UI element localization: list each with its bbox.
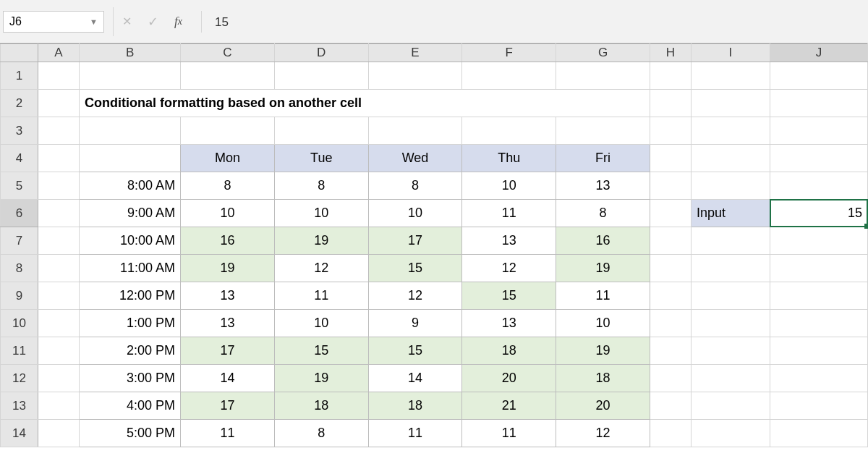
cell[interactable]: 8	[181, 172, 275, 200]
cell[interactable]	[181, 62, 275, 90]
select-all-corner[interactable]	[1, 44, 38, 62]
cell[interactable]	[79, 145, 180, 172]
row-header-1[interactable]: 1	[1, 62, 38, 90]
cell[interactable]	[770, 227, 867, 255]
cell[interactable]: 17	[181, 392, 275, 420]
cell[interactable]: 19	[274, 365, 368, 392]
cell[interactable]: 12	[556, 420, 650, 447]
cell[interactable]: Wed	[368, 145, 462, 172]
cell[interactable]	[38, 255, 79, 282]
cell[interactable]	[770, 117, 867, 145]
cell[interactable]: Tue	[274, 145, 368, 172]
cell[interactable]	[38, 310, 79, 337]
cell[interactable]: 17	[368, 227, 462, 255]
cell[interactable]: 18	[462, 337, 556, 365]
cell[interactable]: Fri	[556, 145, 650, 172]
cell[interactable]: 10	[462, 172, 556, 200]
cell[interactable]	[650, 337, 691, 365]
col-header-H[interactable]: H	[650, 44, 691, 62]
cell[interactable]	[770, 392, 867, 420]
cell[interactable]	[650, 365, 691, 392]
col-header-C[interactable]: C	[181, 44, 275, 62]
cell[interactable]	[770, 172, 867, 200]
cell[interactable]	[38, 145, 79, 172]
cell[interactable]: 18	[556, 365, 650, 392]
cell[interactable]: 12	[368, 282, 462, 310]
cell[interactable]	[38, 172, 79, 200]
cell[interactable]	[368, 117, 462, 145]
cell[interactable]	[691, 90, 770, 117]
row-header-7[interactable]: 7	[1, 227, 38, 255]
cell[interactable]: 15	[770, 200, 867, 227]
cell[interactable]: 10	[274, 200, 368, 227]
cell[interactable]: 11	[462, 200, 556, 227]
cell[interactable]: 8	[368, 172, 462, 200]
cell[interactable]	[691, 420, 770, 447]
cell[interactable]: 16	[556, 227, 650, 255]
cell[interactable]: 19	[556, 255, 650, 282]
cell[interactable]	[38, 62, 79, 90]
cell[interactable]	[691, 255, 770, 282]
dropdown-icon[interactable]: ▼	[90, 12, 98, 32]
row-header-2[interactable]: 2	[1, 90, 38, 117]
formula-bar-input[interactable]: 15	[201, 11, 865, 33]
cell[interactable]	[650, 310, 691, 337]
col-header-J[interactable]: J	[770, 44, 867, 62]
cell[interactable]	[38, 282, 79, 310]
cell[interactable]	[79, 117, 180, 145]
cell[interactable]	[770, 62, 867, 90]
row-header-13[interactable]: 13	[1, 392, 38, 420]
cell[interactable]	[691, 337, 770, 365]
cell[interactable]	[38, 117, 79, 145]
cell[interactable]	[650, 200, 691, 227]
cell[interactable]: 13	[556, 172, 650, 200]
cell[interactable]	[691, 365, 770, 392]
cell[interactable]: 5:00 PM	[79, 420, 180, 447]
row-header-10[interactable]: 10	[1, 310, 38, 337]
cell[interactable]: 2:00 PM	[79, 337, 180, 365]
cell[interactable]	[691, 282, 770, 310]
cell[interactable]: 12	[462, 255, 556, 282]
cell[interactable]	[770, 365, 867, 392]
cell[interactable]	[462, 117, 556, 145]
cell[interactable]	[650, 420, 691, 447]
cell[interactable]: 19	[181, 255, 275, 282]
row-header-5[interactable]: 5	[1, 172, 38, 200]
cell[interactable]: 9	[368, 310, 462, 337]
col-header-F[interactable]: F	[462, 44, 556, 62]
cell[interactable]: 10	[274, 310, 368, 337]
cell[interactable]	[274, 62, 368, 90]
row-header-12[interactable]: 12	[1, 365, 38, 392]
cell[interactable]: 3:00 PM	[79, 365, 180, 392]
cell[interactable]: 21	[462, 392, 556, 420]
cell[interactable]: 13	[462, 227, 556, 255]
cancel-icon[interactable]: ✕	[122, 14, 132, 28]
cell[interactable]	[368, 62, 462, 90]
cell[interactable]	[650, 62, 691, 90]
cell[interactable]: 10	[556, 310, 650, 337]
cell[interactable]	[650, 392, 691, 420]
cell[interactable]	[38, 420, 79, 447]
cell[interactable]	[462, 62, 556, 90]
cell[interactable]: 1:00 PM	[79, 310, 180, 337]
col-header-B[interactable]: B	[79, 44, 180, 62]
cell[interactable]: Mon	[181, 145, 275, 172]
col-header-G[interactable]: G	[556, 44, 650, 62]
cell[interactable]: 11:00 AM	[79, 255, 180, 282]
cell[interactable]	[181, 117, 275, 145]
cell[interactable]	[650, 255, 691, 282]
cell[interactable]: 4:00 PM	[79, 392, 180, 420]
cell[interactable]: 20	[556, 392, 650, 420]
cell[interactable]: 20	[462, 365, 556, 392]
name-box[interactable]: J6 ▼	[3, 11, 104, 33]
row-header-11[interactable]: 11	[1, 337, 38, 365]
cell[interactable]	[650, 172, 691, 200]
cell[interactable]	[691, 392, 770, 420]
cell[interactable]	[691, 310, 770, 337]
col-header-A[interactable]: A	[38, 44, 79, 62]
cell[interactable]: 17	[181, 337, 275, 365]
cell[interactable]: 13	[462, 310, 556, 337]
cell[interactable]: 12	[274, 255, 368, 282]
cell[interactable]: 16	[181, 227, 275, 255]
col-header-D[interactable]: D	[274, 44, 368, 62]
